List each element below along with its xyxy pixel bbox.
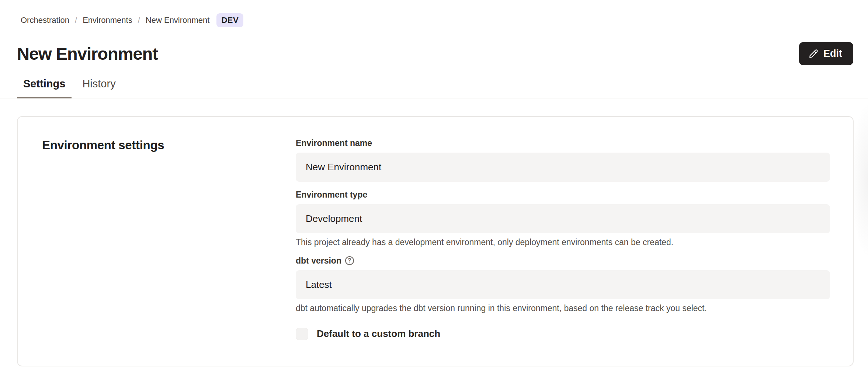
card-heading: Environment settings — [42, 138, 164, 152]
breadcrumb-separator: / — [138, 15, 140, 25]
environment-type-input[interactable] — [296, 204, 830, 233]
breadcrumb-orchestration[interactable]: Orchestration — [21, 15, 69, 25]
environment-type-label-text: Environment type — [296, 190, 367, 200]
page-header: New Environment Edit — [17, 42, 853, 65]
breadcrumb-separator: / — [75, 15, 77, 25]
dbt-version-help-text: dbt automatically upgrades the dbt versi… — [296, 303, 830, 314]
custom-branch-row: Default to a custom branch — [296, 328, 830, 340]
settings-form: Environment name Environment type This p… — [296, 138, 830, 340]
environment-name-label-text: Environment name — [296, 138, 372, 148]
question-circle-icon[interactable]: ? — [345, 256, 354, 265]
edit-button[interactable]: Edit — [799, 42, 853, 65]
environment-name-label: Environment name — [296, 138, 830, 148]
tab-settings[interactable]: Settings — [17, 75, 72, 98]
tabs: Settings History — [17, 75, 868, 98]
dbt-version-input[interactable] — [296, 270, 830, 299]
edit-button-label: Edit — [823, 48, 842, 59]
environment-name-group: Environment name — [296, 138, 830, 182]
environment-type-help-text: This project already has a development e… — [296, 237, 830, 248]
environment-type-group: Environment type This project already ha… — [296, 190, 830, 248]
environment-settings-page: Orchestration / Environments / New Envir… — [0, 13, 868, 376]
dbt-version-group: dbt version ? dbt automatically upgrades… — [296, 256, 830, 314]
environment-name-input[interactable] — [296, 153, 830, 182]
breadcrumb-new-environment[interactable]: New Environment — [146, 15, 210, 25]
dbt-version-label-text: dbt version — [296, 256, 341, 266]
tab-history[interactable]: History — [76, 75, 122, 98]
page-title: New Environment — [17, 43, 158, 64]
breadcrumb-environments[interactable]: Environments — [83, 15, 132, 25]
environment-type-label: Environment type — [296, 190, 830, 200]
dbt-version-label: dbt version ? — [296, 256, 830, 266]
environment-settings-card: Environment settings Environment name En… — [17, 116, 854, 366]
tabs-strip: Settings History — [0, 75, 868, 98]
dev-badge: DEV — [216, 13, 243, 27]
breadcrumb: Orchestration / Environments / New Envir… — [21, 13, 868, 27]
pencil-icon — [809, 49, 818, 59]
custom-branch-checkbox[interactable] — [296, 328, 308, 340]
custom-branch-label: Default to a custom branch — [317, 328, 440, 340]
